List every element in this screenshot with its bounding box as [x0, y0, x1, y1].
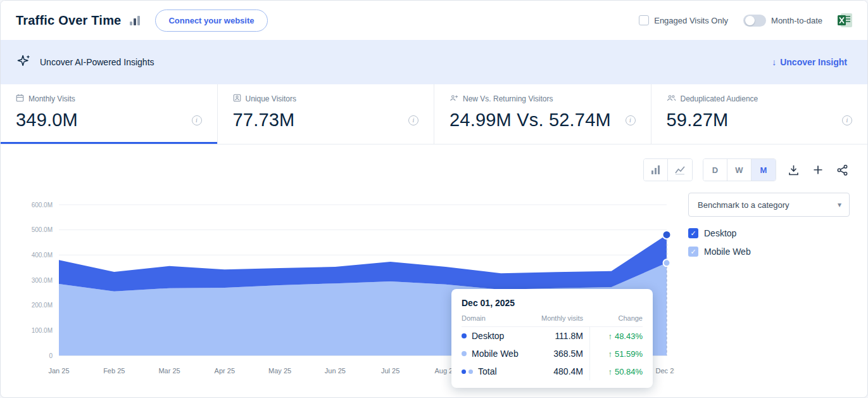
arrow-up-icon: ↑ — [608, 349, 612, 359]
engaged-visits-only-control[interactable]: Engaged Visits Only — [639, 15, 728, 25]
uncover-insight-link[interactable]: ↓ Uncover Insight — [772, 57, 847, 67]
granularity-week-button[interactable]: W — [727, 159, 752, 181]
tooltip-col-change: Change — [589, 314, 643, 327]
bar-chart-type-button[interactable] — [644, 159, 668, 181]
info-icon[interactable]: i — [626, 115, 636, 125]
svg-text:500.0M: 500.0M — [32, 226, 53, 233]
granularity-day-button[interactable]: D — [703, 159, 727, 181]
tooltip-change-value: 50.84% — [615, 367, 643, 376]
metric-card-header: Unique Visitors — [233, 94, 422, 104]
svg-text:200.0M: 200.0M — [32, 302, 53, 309]
total-dot-mobile-icon — [469, 369, 473, 374]
metric-card-unique-visitors[interactable]: Unique Visitors 77.73M i — [218, 84, 435, 144]
tooltip-domain-label: Desktop — [472, 331, 504, 341]
metric-cards-row: Monthly Visits 349.0M i Unique Visitors … — [1, 84, 867, 144]
info-icon[interactable]: i — [192, 115, 202, 125]
metric-label: Monthly Visits — [28, 94, 75, 103]
tooltip-change-value: 51.59% — [615, 349, 643, 359]
tooltip-domain-label: Mobile Web — [472, 349, 519, 359]
traffic-rank-bars-icon — [130, 16, 140, 25]
svg-text:400.0M: 400.0M — [32, 252, 53, 259]
audience-icon — [667, 94, 676, 104]
metric-card-header: Monthly Visits — [16, 94, 204, 104]
tooltip-total-visits: 480.4M — [534, 363, 589, 380]
metric-card-new-vs-returning[interactable]: New Vs. Returning Visitors 24.99M Vs. 52… — [434, 84, 651, 144]
svg-text:Dec 25: Dec 25 — [656, 367, 674, 375]
metric-card-monthly-visits[interactable]: Monthly Visits 349.0M i — [1, 84, 218, 144]
arrow-up-icon: ↑ — [608, 331, 612, 341]
tooltip-table: Domain Monthly visits Change Desktop 111… — [462, 314, 643, 380]
tooltip-date: Dec 01, 2025 — [462, 298, 643, 308]
share-icon[interactable] — [835, 163, 850, 177]
benchmark-category-select[interactable]: Benchmark to a category ▾ — [688, 193, 850, 217]
tooltip-desktop-change: ↑ 48.43% — [589, 327, 643, 345]
benchmark-select-value: Benchmark to a category — [698, 200, 789, 210]
metric-value: 24.99M Vs. 52.74M — [450, 110, 611, 131]
chart-type-switcher — [643, 158, 693, 181]
total-dot-desktop-icon — [462, 369, 466, 374]
tooltip-mobile-change: ↑ 51.59% — [589, 345, 643, 363]
legend-item-desktop[interactable]: ✓ Desktop — [688, 228, 850, 238]
info-icon[interactable]: i — [408, 115, 418, 125]
toggle-knob — [745, 16, 755, 25]
svg-text:Jun 25: Jun 25 — [325, 367, 346, 375]
uncover-insight-label: Uncover Insight — [780, 57, 847, 67]
tooltip-col-domain: Domain — [462, 314, 534, 327]
ai-insights-text: Uncover AI-Powered Insights — [40, 57, 154, 67]
header-controls: Engaged Visits Only Month-to-date — [639, 13, 852, 27]
line-chart-type-button[interactable] — [668, 159, 692, 181]
svg-text:Mar 25: Mar 25 — [158, 367, 180, 375]
month-to-date-label: Month-to-date — [771, 16, 822, 25]
chart-side-panel: Benchmark to a category ▾ ✓ Desktop ✓ Mo… — [674, 189, 860, 385]
chart-section: 0100.0M200.0M300.0M400.0M500.0M600.0MJan… — [1, 189, 867, 385]
metric-card-header: Deduplicated Audience — [667, 94, 855, 104]
metric-label: New Vs. Returning Visitors — [463, 94, 553, 103]
svg-text:100.0M: 100.0M — [32, 327, 53, 334]
info-icon[interactable]: i — [842, 115, 852, 125]
metric-label: Deduplicated Audience — [681, 94, 758, 103]
tooltip-row-mobile-web: Mobile Web — [462, 345, 534, 363]
connect-website-button[interactable]: Connect your website — [155, 10, 267, 32]
calendar-icon — [16, 94, 24, 104]
granularity-switcher: D W M — [703, 158, 776, 181]
metric-card-header: New Vs. Returning Visitors — [450, 94, 638, 104]
month-to-date-toggle[interactable] — [743, 15, 766, 27]
svg-text:600.0M: 600.0M — [32, 202, 53, 209]
desktop-checkbox[interactable]: ✓ — [688, 228, 698, 238]
svg-text:0: 0 — [49, 352, 53, 359]
add-to-dashboard-icon[interactable] — [811, 163, 825, 177]
arrow-down-icon: ↓ — [772, 57, 776, 67]
traffic-chart-container: 0100.0M200.0M300.0M400.0M500.0M600.0MJan… — [16, 189, 674, 385]
engaged-visits-checkbox-icon[interactable] — [639, 15, 649, 25]
legend-label: Mobile Web — [704, 247, 751, 257]
arrow-up-icon: ↑ — [608, 367, 612, 376]
tooltip-mobile-visits: 368.5M — [534, 345, 589, 363]
granularity-month-button[interactable]: M — [752, 159, 776, 181]
download-icon[interactable] — [786, 163, 801, 177]
svg-text:Apr 25: Apr 25 — [215, 367, 235, 375]
desktop-dot-icon — [462, 333, 467, 338]
traffic-over-time-page: Traffic Over Time Connect your website E… — [0, 0, 868, 398]
chart-toolbar: D W M — [1, 144, 867, 189]
visitor-icon — [233, 94, 241, 104]
excel-export-icon[interactable] — [838, 13, 852, 27]
chevron-down-icon: ▾ — [838, 200, 841, 209]
svg-text:Feb 25: Feb 25 — [103, 367, 125, 375]
page-title: Traffic Over Time — [16, 13, 121, 28]
mobile-web-dot-icon — [462, 351, 467, 356]
svg-text:Jan 25: Jan 25 — [48, 367, 69, 375]
tooltip-col-visits: Monthly visits — [534, 314, 589, 327]
tooltip-change-value: 48.43% — [615, 331, 643, 341]
ai-insights-banner: Uncover AI-Powered Insights ↓ Uncover In… — [1, 40, 867, 84]
svg-text:May 25: May 25 — [268, 367, 291, 375]
chart-legend: ✓ Desktop ✓ Mobile Web — [688, 228, 850, 257]
chart-tooltip: Dec 01, 2025 Domain Monthly visits Chang… — [451, 289, 653, 388]
mobile-web-checkbox[interactable]: ✓ — [688, 247, 698, 257]
svg-text:Jul 25: Jul 25 — [381, 367, 399, 375]
engaged-visits-label: Engaged Visits Only — [654, 16, 728, 25]
metric-label: Unique Visitors — [246, 94, 296, 103]
metric-value: 59.27M — [667, 110, 729, 131]
month-to-date-control[interactable]: Month-to-date — [743, 15, 822, 27]
legend-item-mobile-web[interactable]: ✓ Mobile Web — [688, 247, 850, 257]
metric-card-deduplicated-audience[interactable]: Deduplicated Audience 59.27M i — [651, 84, 868, 144]
